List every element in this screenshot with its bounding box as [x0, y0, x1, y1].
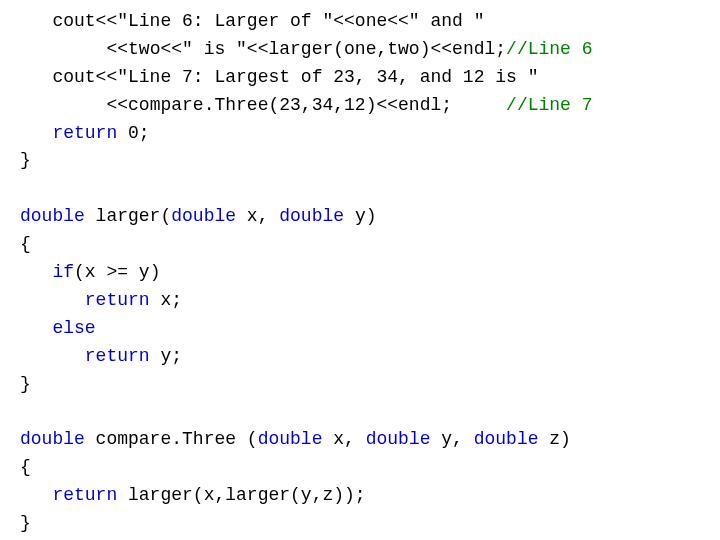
keyword: double	[279, 206, 344, 226]
code-line: }	[20, 510, 720, 538]
code-text: }	[20, 374, 31, 394]
indent	[20, 346, 85, 366]
code-line: double compare.Three (double x, double y…	[20, 426, 720, 454]
code-line: {	[20, 454, 720, 482]
indent	[20, 318, 52, 338]
keyword: return	[85, 290, 150, 310]
code-text: larger(x,larger(y,z));	[117, 485, 365, 505]
code-line: }	[20, 371, 720, 399]
indent	[20, 67, 52, 87]
code-text: x,	[236, 206, 279, 226]
code-line: double larger(double x, double y)	[20, 203, 720, 231]
code-line: return 0;	[20, 120, 720, 148]
code-text: compare.Three (	[85, 429, 258, 449]
code-text: 0;	[117, 123, 149, 143]
keyword: return	[85, 346, 150, 366]
code-line	[20, 398, 720, 426]
code-text: <<compare.Three(23,34,12)<<endl;	[106, 95, 506, 115]
indent	[20, 485, 52, 505]
code-line: return y;	[20, 343, 720, 371]
code-line: if(x >= y)	[20, 259, 720, 287]
code-text: y;	[150, 346, 182, 366]
code-line: cout<<"Line 7: Largest of 23, 34, and 12…	[20, 64, 720, 92]
keyword: else	[52, 318, 95, 338]
code-line: cout<<"Line 6: Larger of "<<one<<" and "	[20, 8, 720, 36]
code-line: else	[20, 315, 720, 343]
code-text	[20, 178, 31, 198]
keyword: double	[20, 429, 85, 449]
keyword: double	[20, 206, 85, 226]
code-block: cout<<"Line 6: Larger of "<<one<<" and "…	[0, 0, 720, 538]
code-text: cout<<"Line 6: Larger of "<<one<<" and "	[52, 11, 484, 31]
indent	[20, 11, 52, 31]
code-text: }	[20, 150, 31, 170]
keyword: double	[474, 429, 539, 449]
code-text: {	[20, 457, 31, 477]
keyword: double	[366, 429, 431, 449]
code-line	[20, 175, 720, 203]
code-text	[20, 401, 31, 421]
code-text: <<two<<" is "<<larger(one,two)<<endl;	[106, 39, 506, 59]
code-text: x;	[150, 290, 182, 310]
code-text: {	[20, 234, 31, 254]
code-line: <<compare.Three(23,34,12)<<endl; //Line …	[20, 92, 720, 120]
code-text: larger(	[85, 206, 171, 226]
code-text: (x >= y)	[74, 262, 160, 282]
code-line: }	[20, 147, 720, 175]
code-text: y,	[430, 429, 473, 449]
indent	[20, 123, 52, 143]
keyword: double	[171, 206, 236, 226]
indent	[20, 39, 106, 59]
code-text: }	[20, 513, 31, 533]
keyword: return	[52, 485, 117, 505]
indent	[20, 95, 106, 115]
code-text: z)	[539, 429, 571, 449]
keyword: double	[258, 429, 323, 449]
code-text: y)	[344, 206, 376, 226]
comment: //Line 7	[506, 95, 592, 115]
keyword: if	[52, 262, 74, 282]
code-line: {	[20, 231, 720, 259]
code-text: cout<<"Line 7: Largest of 23, 34, and 12…	[52, 67, 538, 87]
code-text: x,	[322, 429, 365, 449]
comment: //Line 6	[506, 39, 592, 59]
code-line: return x;	[20, 287, 720, 315]
code-line: <<two<<" is "<<larger(one,two)<<endl;//L…	[20, 36, 720, 64]
keyword: return	[52, 123, 117, 143]
indent	[20, 262, 52, 282]
indent	[20, 290, 85, 310]
code-line: return larger(x,larger(y,z));	[20, 482, 720, 510]
